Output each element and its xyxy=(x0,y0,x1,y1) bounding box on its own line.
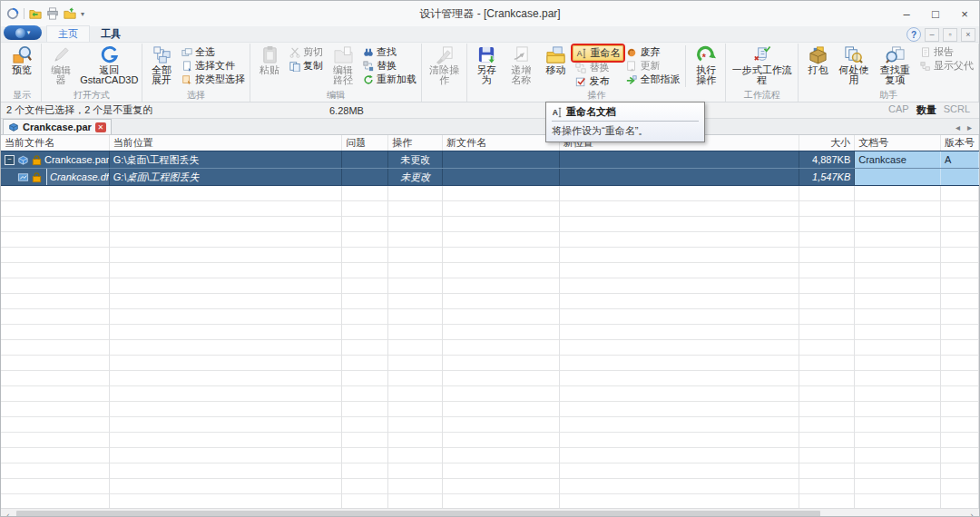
part-file-icon xyxy=(8,122,19,132)
discard-icon xyxy=(626,47,637,58)
issue-cell xyxy=(342,151,388,168)
column-header-current-filename[interactable]: 当前文件名 xyxy=(1,135,110,151)
clear-operation-button[interactable]: 清除操作 xyxy=(424,44,465,85)
tab-close-icon[interactable]: ✕ xyxy=(95,122,106,132)
increment-name-button[interactable]: 递增名称 xyxy=(504,44,538,85)
edit-path-button[interactable]: 编辑路径 xyxy=(326,44,360,85)
where-used-button[interactable]: 何处使用 xyxy=(835,44,872,85)
scroll-right-icon[interactable]: › xyxy=(965,510,979,517)
tab-home[interactable]: 主页 xyxy=(46,25,90,42)
perform-actions-icon: * xyxy=(697,45,716,64)
one-step-workflow-button[interactable]: 一步式工作流程 xyxy=(728,44,796,85)
show-parents-icon xyxy=(920,61,931,72)
reload-button[interactable]: 重新加载 xyxy=(360,73,419,86)
scroll-left-icon[interactable]: ‹ xyxy=(1,510,15,517)
minimize-button[interactable]: – xyxy=(892,2,921,25)
rename-button[interactable]: A 重命名 xyxy=(573,45,623,61)
perform-actions-button[interactable]: * 执行操作 xyxy=(689,44,723,85)
tab-scroll-right-icon[interactable]: ▸ xyxy=(967,122,972,132)
column-header-issue[interactable]: 问题 xyxy=(342,135,388,151)
select-by-type-button[interactable]: 按类型选择 xyxy=(179,73,248,86)
version-cell[interactable]: A xyxy=(941,151,979,168)
return-gstarcad3d-button[interactable]: 返回 GstarCAD3D xyxy=(79,44,140,85)
table-row[interactable]: Crankcase.dft G:\桌面\工程图丢失 未更改 1,547KB xyxy=(1,168,979,186)
doc-number-cell[interactable]: Crankcase xyxy=(855,151,941,168)
document-tab[interactable]: Crankcase.par ✕ xyxy=(3,119,112,134)
increment-name-icon xyxy=(512,45,531,64)
publish-button[interactable]: 发布 xyxy=(573,74,623,88)
tooltip-title-row: A 重命名文档 xyxy=(552,105,699,122)
update-button[interactable]: 更新 xyxy=(623,59,682,73)
move-button[interactable]: 移动 xyxy=(538,44,573,75)
save-as-button[interactable]: 另存为 xyxy=(469,44,504,85)
table-row[interactable]: − Crankcase.par G:\桌面\工程图丢失 未更改 4,887KB … xyxy=(1,151,979,168)
select-all-button[interactable]: 全选 xyxy=(179,45,248,59)
column-header-current-location[interactable]: 当前位置 xyxy=(110,135,343,151)
qat-separator xyxy=(24,8,24,19)
rename-tooltip: A 重命名文档 将操作设为“重命名”。 xyxy=(545,102,705,142)
filename-edit-box[interactable]: Crankcase.dft xyxy=(46,169,110,185)
collapse-expander-icon[interactable]: − xyxy=(5,155,15,165)
application-button[interactable]: ▾ xyxy=(4,25,42,40)
editor-button[interactable]: 编辑器 xyxy=(44,44,79,85)
printer-icon[interactable] xyxy=(46,7,59,20)
cut-button[interactable]: 剪切 xyxy=(287,45,326,59)
tab-scroll-left-icon[interactable]: ◂ xyxy=(956,122,960,132)
open-folder-icon[interactable] xyxy=(29,7,42,20)
gstarcad-icon xyxy=(100,45,119,64)
version-cell[interactable] xyxy=(941,169,979,185)
find-button[interactable]: 查找 xyxy=(360,45,419,59)
group-label: 操作 xyxy=(469,90,723,102)
document-tab-strip: Crankcase.par ✕ ◂ ▸ xyxy=(1,119,979,135)
close-button[interactable]: × xyxy=(950,2,979,25)
group-label: 编辑 xyxy=(252,90,419,102)
column-header-operation[interactable]: 操作 xyxy=(388,135,443,151)
report-button[interactable]: 报告 xyxy=(917,45,976,59)
filename-cell: − Crankcase.par xyxy=(1,151,110,168)
svg-text:A: A xyxy=(577,49,583,58)
edit-path-icon xyxy=(334,45,353,64)
scrollbar-thumb[interactable] xyxy=(16,511,820,517)
mdi-close-icon[interactable]: × xyxy=(961,28,975,42)
app-logo-icon[interactable] xyxy=(6,7,19,20)
preview-icon xyxy=(13,45,32,64)
expand-all-icon xyxy=(152,45,172,64)
tab-tools[interactable]: 工具 xyxy=(90,26,132,42)
paste-button[interactable]: 粘贴 xyxy=(252,44,287,75)
column-header-doc-number[interactable]: 文档号 xyxy=(855,135,941,151)
export-icon[interactable] xyxy=(64,7,76,20)
copy-button[interactable]: 复制 xyxy=(287,59,326,73)
discard-button[interactable]: 废弃 xyxy=(623,45,682,59)
column-header-new-filename[interactable]: 新文件名 xyxy=(443,135,560,151)
help-icon[interactable]: ? xyxy=(906,27,921,42)
ribbon: 预览 显示 编辑器 返回 GstarCAD3D 打开方式 xyxy=(1,43,979,102)
mdi-restore-icon[interactable]: ▫ xyxy=(943,28,957,42)
clear-operation-icon xyxy=(435,45,454,64)
column-header-size[interactable]: 大小 xyxy=(799,135,855,151)
svg-text:*: * xyxy=(701,52,706,63)
replace-operation-button[interactable]: 替换 xyxy=(573,61,623,74)
horizontal-scrollbar[interactable]: ‹ › xyxy=(1,508,979,517)
find-duplicates-button[interactable]: 查找重复项 xyxy=(872,44,917,85)
preview-button[interactable]: 预览 xyxy=(5,44,39,75)
column-header-version[interactable]: 版本号 xyxy=(941,135,979,151)
app-menu-logo-icon xyxy=(15,28,25,38)
group-label: 助手 xyxy=(800,90,976,102)
mdi-minimize-icon[interactable]: – xyxy=(925,28,939,42)
doc-number-cell[interactable] xyxy=(855,169,941,185)
indicator-scrl: SCRL xyxy=(944,103,970,117)
ribbon-tab-bar: ▾ 主页 工具 ? – ▫ × xyxy=(1,26,979,43)
window-controls: – □ × xyxy=(892,2,979,25)
ribbon-right-controls: ? – ▫ × xyxy=(906,27,979,42)
show-parents-button[interactable]: 显示父代 xyxy=(917,59,976,73)
pack-button[interactable]: 打包 xyxy=(800,44,835,75)
qat-dropdown-icon[interactable]: ▾ xyxy=(81,10,84,18)
new-location-cell xyxy=(560,151,799,168)
pack-icon xyxy=(808,45,828,64)
select-files-button[interactable]: 选择文件 xyxy=(179,59,248,73)
assign-all-button[interactable]: 全部指派 xyxy=(623,73,682,86)
maximize-button[interactable]: □ xyxy=(921,2,950,25)
expand-all-button[interactable]: 全部展开 xyxy=(144,44,179,85)
editor-icon xyxy=(52,45,71,64)
replace-button[interactable]: 替换 xyxy=(360,59,419,73)
